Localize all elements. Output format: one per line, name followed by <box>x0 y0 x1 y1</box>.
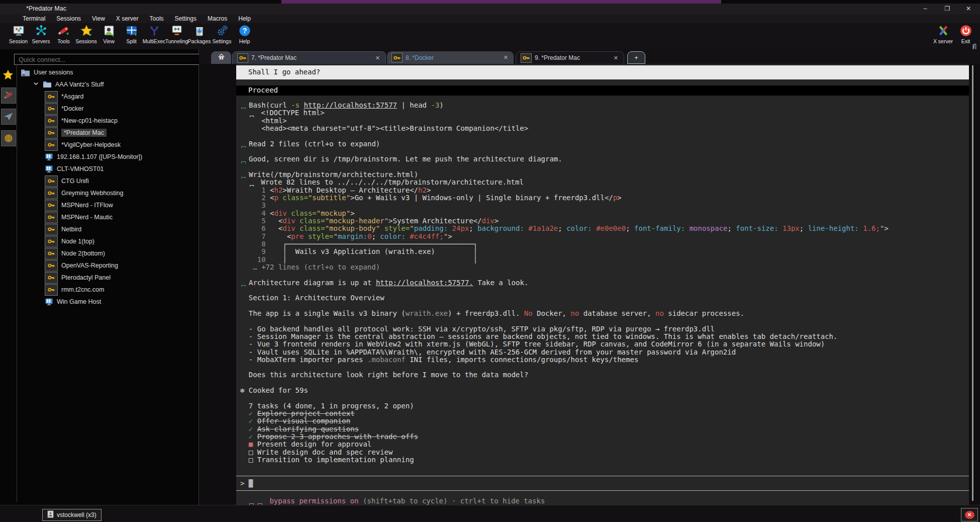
tab-9-predator-mac[interactable]: 9. *Predator Mac✕ <box>516 51 624 64</box>
menu-view[interactable]: View <box>87 14 110 23</box>
toolbar-servers-button[interactable]: Servers <box>30 24 52 48</box>
maximize-button[interactable]: ❐ <box>937 4 958 14</box>
tree-item--predator-mac[interactable]: *Predator Mac <box>45 127 107 139</box>
ssh-key-icon <box>45 224 58 235</box>
toolbar-view-button[interactable]: View <box>97 24 120 48</box>
tree-item-node-2-bottom-[interactable]: Node 2(bottom) <box>45 247 105 259</box>
ssh-key-icon <box>45 115 58 127</box>
ssh-key-icon <box>45 248 58 259</box>
toolbar-label: Tunneling <box>165 38 188 44</box>
toolbar-label: Packages <box>187 38 211 44</box>
toolbar-tunneling-button[interactable]: Tunneling <box>165 24 188 48</box>
menu-terminal[interactable]: Terminal <box>18 14 50 23</box>
tab-close-icon[interactable]: ✕ <box>503 54 509 61</box>
tree-item-pterodactyl-panel[interactable]: Pterodactyl Panel <box>45 272 111 284</box>
close-button[interactable]: ✕ <box>958 4 979 14</box>
terminal-line: 1 <h2>Wraith Desktop — Architecture</h2> <box>240 187 968 194</box>
terminal-line: ⏺Read 2 files (ctrl+o to expand) <box>240 140 968 148</box>
menu-tools[interactable]: Tools <box>145 14 168 23</box>
proceed-option-row[interactable]: Proceed <box>236 85 969 96</box>
tab-close-icon[interactable]: ✕ <box>374 55 381 61</box>
xserver-icon <box>937 24 950 38</box>
menu-help[interactable]: Help <box>234 14 255 23</box>
settings-icon <box>216 24 229 38</box>
tree-item-win-game-host[interactable]: Win Game Host <box>45 296 101 308</box>
terminal-line: The app is a single Wails v3 binary (wra… <box>240 310 968 317</box>
tree-item-label: Pterodactyl Panel <box>61 274 111 281</box>
tree-item-ctg-unifi[interactable]: CTG Unifi <box>45 175 89 187</box>
toolbar-session-button[interactable]: Session <box>7 24 30 48</box>
sidebar-strip-globe-button[interactable] <box>1 130 16 146</box>
tree-item-rmm-t2cnc-com[interactable]: rmm.t2cnc.com <box>45 284 104 296</box>
sessions-star-icon <box>80 24 93 38</box>
tab-close-icon[interactable]: ✕ <box>613 55 619 61</box>
tree-item-netbird[interactable]: Netbird <box>45 223 81 235</box>
terminal-line: 2 <p class="subtitle">Go + Wails v3 | Wi… <box>240 194 968 202</box>
menu-macros[interactable]: Macros <box>203 14 232 23</box>
menu-x-server[interactable]: X server <box>112 14 143 23</box>
tree-item-mspnerd-itflow[interactable]: MSPNerd - ITFlow <box>45 199 113 211</box>
toolbar-label: X server <box>933 38 953 44</box>
toolbar-x-server-button[interactable]: X server <box>932 24 954 48</box>
sidebar-strip-star-button[interactable] <box>1 67 15 82</box>
tools-icon <box>57 24 70 38</box>
plus-icon: + <box>634 54 638 61</box>
window-title: *Predator Mac <box>26 5 66 12</box>
tree-item-openvas-reporting[interactable]: OpenVAS-Reporting <box>45 259 118 272</box>
menu-settings[interactable]: Settings <box>170 14 201 23</box>
tree-item-label: CTG Unifi <box>61 178 89 185</box>
sidebar-strip-knife-button[interactable] <box>1 88 16 104</box>
terminal[interactable]: Shall I go ahead?Proceed⏺Bash(curl -s ht… <box>236 64 969 505</box>
statusbar: vstockwell (x3) ✕ <box>0 505 980 522</box>
tree-item--new-cp01-heistacp[interactable]: *New-cp01-heistacp <box>45 115 118 127</box>
terminal-blank-line <box>240 271 968 279</box>
chevron-down-icon[interactable] <box>33 80 39 89</box>
tree-item-label: *Asgard <box>61 93 83 100</box>
help-icon: ? <box>238 24 251 38</box>
tab-8-docker[interactable]: 8. *Docker✕ <box>387 51 514 64</box>
sidebar-strip-plane-button[interactable] <box>1 109 16 125</box>
terminal-line: 8 ┌─────────────────────────────────────… <box>240 240 968 248</box>
tree-item-user-sessions[interactable]: User sessions <box>21 66 73 78</box>
quick-connect-input[interactable] <box>14 54 200 65</box>
toolbar-settings-button[interactable]: Settings <box>211 24 233 48</box>
session-icon <box>12 24 25 38</box>
tunneling-icon <box>170 24 183 38</box>
tree-item-greyming-webhosting[interactable]: Greyming Webhosting <box>45 187 123 199</box>
tab-home[interactable] <box>211 51 231 64</box>
tree-item--vigilcyber-helpdesk[interactable]: *VigilCyber-Helpdesk <box>45 139 121 151</box>
menu-sessions[interactable]: Sessions <box>52 14 85 23</box>
terminal-line: ■ Present design for approval <box>240 441 968 448</box>
user-session-button[interactable]: vstockwell (x3) <box>42 509 102 521</box>
split-icon <box>125 24 138 38</box>
terminal-blank-line <box>240 163 968 171</box>
multiexec-icon <box>148 24 161 38</box>
tree-item-clt-vmhost01[interactable]: CLT-VMHOST01 <box>45 163 104 175</box>
tree-item-node-1-top-[interactable]: Node 1(top) <box>45 235 94 247</box>
statusbar-close-button[interactable]: ✕ <box>961 508 978 521</box>
terminal-line: … +72 lines (ctrl+o to expand) <box>240 264 968 271</box>
tree-item-label: Greyming Webhosting <box>61 190 123 197</box>
toolbar-sessions-button[interactable]: Sessions <box>75 24 97 48</box>
terminal-line: - MobaXTerm importer parses .mobaconf IN… <box>240 356 968 364</box>
toolbar-help-button[interactable]: ?Help <box>233 24 256 48</box>
toolbar-multiexec-button[interactable]: MultiExec <box>143 24 165 48</box>
tab-new-button[interactable]: + <box>627 51 645 64</box>
terminal-line: □ Transition to implementation planning <box>240 456 968 464</box>
tree-item--docker[interactable]: *Docker <box>45 103 83 115</box>
tree-item-mspnerd-mautic[interactable]: MSPNerd - Mautic <box>45 211 113 223</box>
servers-icon <box>35 24 48 38</box>
tree-item--asgard[interactable]: *Asgard <box>45 91 83 103</box>
toolbar-tools-button[interactable]: Tools <box>52 24 75 48</box>
tree-item-aaa-vantz-s-stuff[interactable]: AAA Vantz's Stuff <box>33 78 104 91</box>
tree-item-192-168-1-107-ups-monitor-[interactable]: 192.168.1.107 ([UPS-Monitor]) <box>45 151 142 163</box>
prompt-input[interactable]: > █ <box>236 476 969 491</box>
terminal-line: ✓ Explore project context <box>240 410 968 417</box>
toolbar-packages-button[interactable]: Packages <box>188 24 211 48</box>
tree-item-label: User sessions <box>34 69 73 76</box>
minimize-button[interactable]: – <box>915 4 936 14</box>
tree-item-label: Node 2(bottom) <box>61 250 105 257</box>
toolbar-split-button[interactable]: Split <box>120 24 143 48</box>
tab-7-predator-mac[interactable]: 7. *Predator Mac✕ <box>232 51 386 64</box>
terminal-scrollbar[interactable] <box>972 65 973 501</box>
